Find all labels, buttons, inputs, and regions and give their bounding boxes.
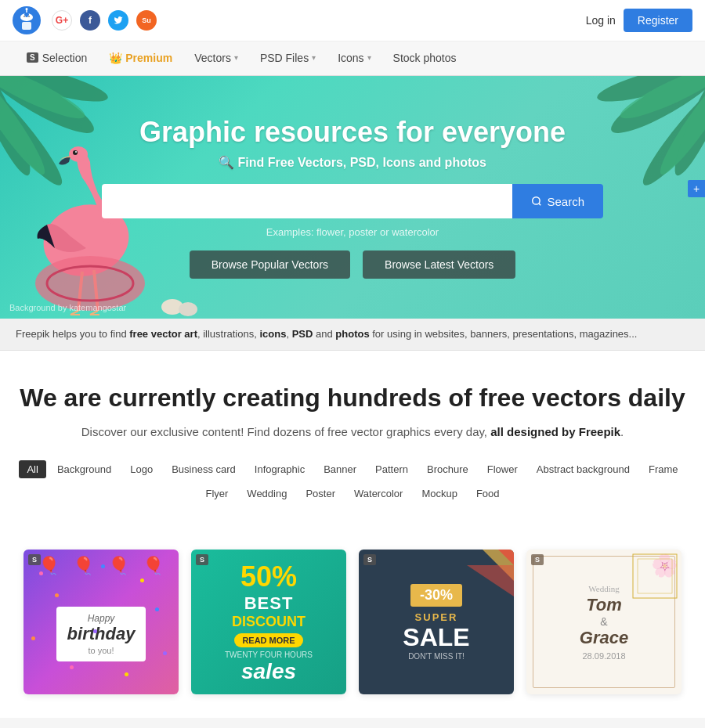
card-wedding[interactable]: S 🌸 Wedding Tom & Grace 28.09.2018 [526, 550, 682, 694]
hero-credit: Background by katemangostar [9, 303, 126, 312]
tag-pattern[interactable]: Pattern [367, 460, 416, 478]
crown-icon: 👑 [109, 52, 122, 64]
sales-text: sales [241, 659, 296, 684]
tag-infographic[interactable]: Infographic [247, 460, 313, 478]
tag-banner[interactable]: Banner [316, 460, 364, 478]
card-grid: S 🎈 🎈 🎈 🎈 [0, 550, 705, 718]
logo-icon [13, 6, 41, 34]
svg-point-6 [28, 16, 30, 17]
find-icon: 🔍 [219, 156, 237, 169]
tag-watercolor[interactable]: Watercolor [346, 485, 410, 503]
svg-line-33 [539, 204, 541, 206]
selection-badge: S [27, 52, 38, 63]
tag-background[interactable]: Background [49, 460, 119, 478]
info-text: Freepik helps you to find free vector ar… [16, 328, 637, 340]
twitter-icon[interactable] [108, 10, 128, 31]
tag-all[interactable]: All [19, 460, 45, 478]
tag-frame[interactable]: Frame [641, 460, 686, 478]
gold-frame-decoration [631, 553, 678, 600]
tag-abstract-background[interactable]: Abstract background [529, 460, 638, 478]
tag-brochure[interactable]: Brochure [419, 460, 476, 478]
main-content: We are currently creating hundreds of fr… [0, 351, 705, 550]
social-icons: G+ f Su [52, 10, 157, 31]
hero-plus-button[interactable]: + [688, 180, 705, 197]
sale-text: SALE [403, 623, 469, 652]
discount-percent: 50% [240, 560, 297, 593]
vectors-arrow-icon: ▾ [234, 53, 238, 62]
hero-section: Graphic resources for everyone 🔍 Find Fr… [0, 76, 705, 319]
tag-wedding[interactable]: Wedding [239, 485, 295, 503]
svg-point-32 [533, 197, 540, 204]
top-bar: G+ f Su Log in Register [0, 0, 705, 41]
search-icon [531, 196, 542, 207]
stumbleupon-icon[interactable]: Su [136, 10, 157, 31]
tag-business-card[interactable]: Business card [164, 460, 244, 478]
discount-best: BEST [244, 593, 294, 614]
triangle-decoration [451, 550, 514, 612]
discount-label: DISCOUNT [232, 614, 306, 630]
card-badge-wedding: S [531, 554, 544, 565]
nav-vectors[interactable]: Vectors ▾ [183, 41, 249, 76]
nav-selection[interactable]: S Selection [16, 41, 98, 76]
svg-rect-38 [638, 559, 672, 593]
discount-content: 50% BEST DISCOUNT READ MORE TWENTY FOUR … [191, 550, 346, 694]
browse-latest-button[interactable]: Browse Latest Vectors [363, 250, 515, 279]
tag-flyer[interactable]: Flyer [197, 485, 236, 503]
nav-psd-files[interactable]: PSD Files ▾ [249, 41, 327, 76]
svg-marker-35 [467, 565, 514, 596]
card-sale[interactable]: S -30% SUPER SALE DON'T MISS IT! [359, 550, 514, 694]
nav-premium-label: Premium [125, 52, 172, 64]
auth-area: Log in Register [586, 9, 692, 32]
nav-vectors-label: Vectors [194, 52, 231, 64]
twenty-hours: TWENTY FOUR HOURS [225, 651, 313, 659]
nav-icons[interactable]: Icons ▾ [327, 41, 381, 76]
tag-poster[interactable]: Poster [298, 485, 343, 503]
svg-point-8 [26, 8, 28, 10]
google-plus-icon[interactable]: G+ [52, 10, 72, 31]
tag-food[interactable]: Food [468, 485, 508, 503]
card-badge-sale: S [363, 554, 376, 565]
svg-rect-37 [633, 554, 677, 598]
search-input[interactable] [102, 184, 512, 218]
logo-area: G+ f Su [13, 6, 157, 34]
svg-rect-9 [22, 22, 31, 30]
svg-point-31 [179, 302, 197, 316]
search-row: Search [102, 184, 603, 218]
tag-mockup[interactable]: Mockup [414, 485, 465, 503]
hero-examples: Examples: flower, poster or watercolor [16, 226, 689, 238]
login-link[interactable]: Log in [586, 14, 616, 27]
tag-flower[interactable]: Flower [479, 460, 526, 478]
hero-content: Graphic resources for everyone 🔍 Find Fr… [0, 116, 705, 279]
nav-premium[interactable]: 👑 Premium [98, 41, 183, 76]
icons-arrow-icon: ▾ [367, 53, 371, 62]
read-more-badge: READ MORE [234, 633, 302, 647]
hero-subtitle: 🔍 Find Free Vectors, PSD, Icons and phot… [16, 155, 689, 170]
balloon-row: 🎈 🎈 🎈 🎈 [24, 556, 179, 576]
nav-selection-label: Selection [42, 52, 88, 64]
section-title: We are currently creating hundreds of fr… [16, 382, 689, 415]
card-discount[interactable]: S 50% BEST DISCOUNT READ MORE TWENTY FOU… [191, 550, 346, 694]
section-subtitle: Discover our exclusive content! Find doz… [16, 425, 689, 438]
hero-browse-buttons: Browse Popular Vectors Browse Latest Vec… [16, 250, 689, 279]
nav-icons-label: Icons [338, 52, 363, 64]
tags-row: All Background Logo Business card Infogr… [16, 460, 689, 503]
facebook-icon[interactable]: f [80, 10, 100, 31]
super-text: SUPER [415, 611, 458, 623]
nav-stock-label: Stock photos [393, 52, 457, 64]
tag-logo[interactable]: Logo [122, 460, 161, 478]
svg-point-5 [24, 16, 25, 17]
card-badge-discount: S [196, 554, 208, 565]
browse-popular-button[interactable]: Browse Popular Vectors [190, 250, 350, 279]
dont-miss: DON'T MISS IT! [408, 652, 465, 661]
hero-title: Graphic resources for everyone [16, 116, 689, 149]
card-birthday[interactable]: S 🎈 🎈 🎈 🎈 [24, 550, 179, 694]
psd-arrow-icon: ▾ [312, 53, 316, 62]
nav-bar: S Selection 👑 Premium Vectors ▾ PSD File… [0, 41, 705, 76]
search-button[interactable]: Search [512, 184, 603, 218]
info-banner: Freepik helps you to find free vector ar… [0, 319, 705, 351]
card-badge-birthday: S [28, 554, 41, 565]
nav-stock-photos[interactable]: Stock photos [382, 41, 468, 76]
register-button[interactable]: Register [624, 9, 692, 32]
nav-psd-label: PSD Files [260, 52, 309, 64]
